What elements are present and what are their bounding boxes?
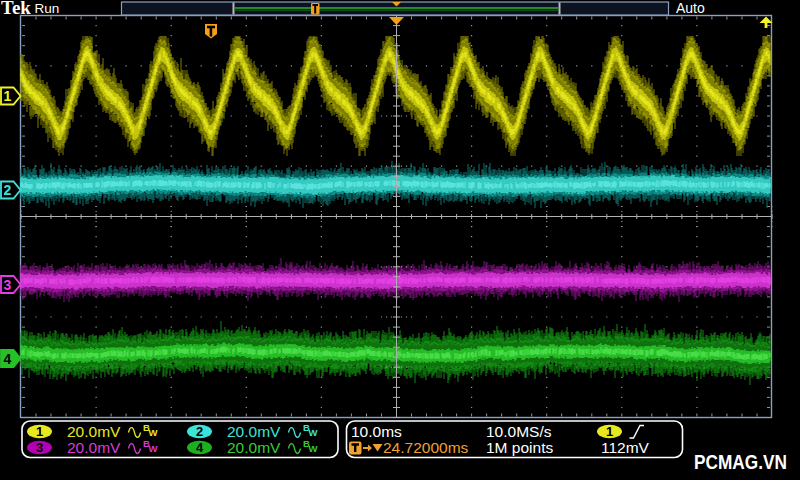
- svg-text:1: 1: [36, 424, 43, 439]
- svg-text:20.0mV: 20.0mV: [227, 439, 281, 456]
- svg-text:2: 2: [4, 182, 12, 198]
- svg-text:10.0ms: 10.0ms: [351, 423, 402, 440]
- svg-text:W: W: [309, 427, 318, 438]
- svg-text:10.0MS/s: 10.0MS/s: [486, 423, 552, 440]
- svg-text:20.0mV: 20.0mV: [67, 423, 121, 440]
- svg-text:3: 3: [36, 440, 43, 455]
- svg-text:W: W: [149, 443, 158, 454]
- svg-text:4: 4: [4, 351, 12, 367]
- svg-text:1: 1: [4, 88, 12, 104]
- svg-text:Auto: Auto: [676, 0, 705, 16]
- svg-text:112mV: 112mV: [601, 439, 650, 456]
- svg-text:2: 2: [196, 424, 203, 439]
- svg-text:20.0mV: 20.0mV: [227, 423, 281, 440]
- svg-text:Run: Run: [35, 1, 60, 16]
- svg-text:20.0mV: 20.0mV: [67, 439, 121, 456]
- svg-text:1M points: 1M points: [486, 439, 553, 456]
- svg-text:W: W: [149, 427, 158, 438]
- svg-text:3: 3: [4, 277, 12, 293]
- svg-text:W: W: [309, 443, 318, 454]
- svg-text:4: 4: [196, 440, 204, 455]
- svg-text:Tek: Tek: [1, 0, 31, 18]
- svg-text:24.72000ms: 24.72000ms: [383, 439, 469, 456]
- svg-text:1: 1: [606, 424, 613, 439]
- svg-text:PCMAG.VN: PCMAG.VN: [694, 451, 787, 473]
